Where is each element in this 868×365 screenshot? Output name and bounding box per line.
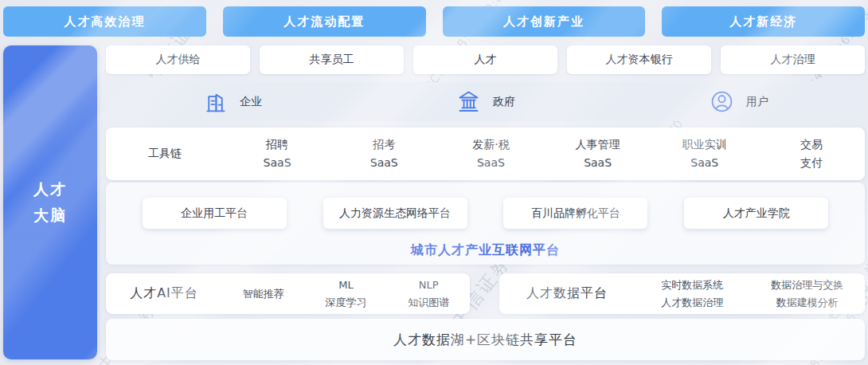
actor-label: 企业 [240,95,262,109]
toolchain-recruiting-saas: 招聘SaaS [224,135,330,172]
toolchain-hr-management-saas: 人事管理SaaS [545,135,651,172]
city-platform-panel: 企业用工平台 人力资源生态网络平台 百川品牌孵化平台 人才产业学院 城市人才产业… [106,182,865,265]
track-talent-flow: 人才流动配置 [223,6,426,37]
toolchain-bar: 工具链 招聘SaaS 招考SaaS 发薪·税SaaS 人事管理SaaS 职业实训… [106,128,865,180]
toolchain-payroll-tax-saas: 发薪·税SaaS [437,135,544,172]
ai-item-ml-deep-learning: ML深度学习 [305,277,388,311]
toolchain-exam-saas: 招考SaaS [330,135,437,172]
building-icon [202,88,229,115]
bank-icon [456,88,482,115]
toolchain-trade-payment: 交易支付 [758,135,865,172]
box-baichuan-brand-incubation-platform: 百川品牌孵化平台 [503,198,647,229]
user-icon [709,88,735,115]
track-talent-innovation: 人才创新产业 [443,6,646,37]
toolchain-label: 工具链 [106,147,224,161]
supply-row: 人才供给 共享员工 人才 人才资本银行 人才治理 [106,45,865,74]
data-platform-title: 人才数据平台 [499,285,635,302]
toolchain-vocational-training-saas: 职业实训SaaS [651,135,758,172]
actor-band: 企业 政府 用户 [106,82,865,121]
actor-enterprise: 企业 [106,82,359,121]
box-talent: 人才 [413,45,557,74]
data-lake-blockchain-label: 人才数据湖+区块链共享平台 [393,331,577,349]
talent-ai-platform-bar: 人才AI平台 智能推荐 ML深度学习 NLP知识图谱 [106,273,470,314]
track-talent-new-economy: 人才新经济 [662,6,865,37]
ai-item-smart-recommendation: 智能推荐 [222,285,305,302]
actor-government: 政府 [359,82,612,121]
talent-brain-block: 人才 大脑 [3,45,97,359]
box-enterprise-employment-platform: 企业用工平台 [143,198,287,229]
box-talent-supply: 人才供给 [106,45,250,74]
talent-brain-label: 人才 大脑 [33,176,67,230]
track-talent-governance: 人才高效治理 [3,6,206,37]
actor-label: 政府 [493,95,515,109]
box-hr-ecosystem-network-platform: 人力资源生态网络平台 [323,198,467,229]
ai-platform-title: 人才AI平台 [106,285,222,302]
data-item-realtime-governance: 实时数据系统人才数据治理 [635,277,750,311]
box-talent-capital-bank: 人才资本银行 [567,45,711,74]
box-talent-governance: 人才治理 [721,45,865,74]
box-talent-industry-academy: 人才产业学院 [684,198,828,229]
box-shared-staff: 共享员工 [260,45,404,74]
actor-user: 用户 [612,82,865,121]
data-item-exchange-modeling: 数据治理与交换数据建模分析 [750,277,866,311]
platform-row: 企业用工平台 人力资源生态网络平台 百川品牌孵化平台 人才产业学院 [106,182,865,229]
top-track-row: 人才高效治理 人才流动配置 人才创新产业 人才新经济 [3,6,865,37]
ai-item-nlp-knowledge-graph: NLP知识图谱 [387,277,470,311]
data-lake-blockchain-bar: 人才数据湖+区块链共享平台 [106,319,865,360]
actor-label: 用户 [746,95,768,109]
talent-data-platform-bar: 人才数据平台 实时数据系统人才数据治理 数据治理与交换数据建模分析 [499,273,865,314]
city-talent-internet-platform-title: 城市人才产业互联网平台 [106,242,865,259]
